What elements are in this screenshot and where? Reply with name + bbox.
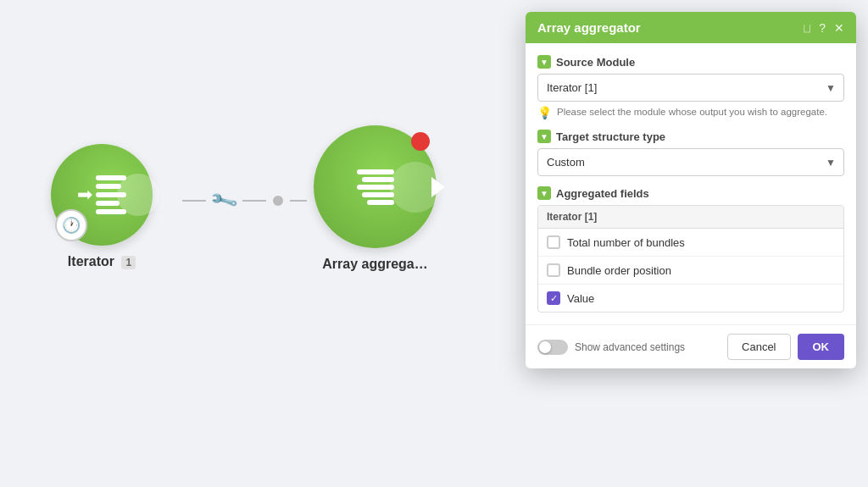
- array-aggregator-dialog: Array aggregator ⨆ ? ✕ ▼ Source Module I…: [526, 12, 856, 368]
- red-dot: [411, 132, 430, 151]
- mid-dot: [273, 196, 283, 206]
- field-item-bundle-order: Bundle order position: [538, 257, 843, 285]
- advanced-settings-label: Show advanced settings: [575, 341, 685, 353]
- field-item-value: ✓ Value: [538, 285, 843, 312]
- aggregator-circle: [314, 125, 437, 248]
- fields-group-header: Iterator [1]: [538, 206, 843, 229]
- footer-buttons: Cancel OK: [727, 334, 844, 360]
- checkbox-value[interactable]: ✓: [547, 291, 560, 305]
- dialog-header: Array aggregator ⨆ ? ✕: [526, 12, 856, 43]
- hint-icon: 💡: [537, 106, 552, 119]
- advanced-settings-area: Show advanced settings: [537, 340, 685, 355]
- dialog-body: ▼ Source Module Iterator [1] ▼ 💡 Please …: [526, 43, 856, 324]
- clock-icon: 🕐: [55, 209, 87, 241]
- iterator-blob: [117, 174, 159, 216]
- connector-line-right: [242, 200, 266, 202]
- aggregated-fields-section: ▼ Aggregated fields Iterator [1] Total n…: [537, 186, 844, 313]
- aggregator-blob: [390, 162, 441, 213]
- fullscreen-icon[interactable]: ⨆: [804, 21, 810, 35]
- array-aggregator-node[interactable]: Array aggrega…: [314, 125, 437, 272]
- iterator-node[interactable]: ➡ 🕐 Iterator 1: [51, 144, 153, 269]
- connector-line-mid: [290, 200, 307, 202]
- checkbox-bundle-order[interactable]: [547, 263, 560, 277]
- target-structure-toggle[interactable]: ▼: [537, 130, 551, 143]
- target-structure-section: ▼ Target structure type Custom ▼: [537, 130, 844, 176]
- aggregated-fields-label: ▼ Aggregated fields: [537, 186, 844, 200]
- connector-line-left: [182, 200, 206, 202]
- iterator-label: Iterator 1: [68, 254, 136, 269]
- aggregated-fields-toggle[interactable]: ▼: [537, 186, 551, 200]
- source-module-label: ▼ Source Module: [537, 55, 844, 69]
- dialog-title: Array aggregator: [537, 20, 641, 35]
- source-module-section: ▼ Source Module Iterator [1] ▼ 💡 Please …: [537, 55, 844, 119]
- source-module-select-wrapper: Iterator [1] ▼: [537, 74, 844, 102]
- target-structure-select[interactable]: Custom: [537, 148, 844, 176]
- target-structure-select-wrapper: Custom ▼: [537, 148, 844, 176]
- target-structure-label: ▼ Target structure type: [537, 130, 844, 143]
- field-item-total-bundles: Total number of bundles: [538, 229, 843, 257]
- aggregator-icon: [357, 169, 394, 205]
- checkbox-total-bundles[interactable]: [547, 235, 560, 249]
- fields-box: Iterator [1] Total number of bundles Bun…: [537, 205, 844, 313]
- source-module-toggle[interactable]: ▼: [537, 55, 551, 69]
- toggle-knob: [539, 341, 551, 353]
- wrench-icon: 🔧: [209, 185, 239, 216]
- connector-area: 🔧: [182, 190, 307, 212]
- close-icon[interactable]: ✕: [834, 21, 844, 35]
- advanced-settings-toggle[interactable]: [537, 340, 568, 355]
- dialog-header-icons: ⨆ ? ✕: [804, 21, 844, 35]
- source-module-select[interactable]: Iterator [1]: [537, 74, 844, 102]
- cancel-button[interactable]: Cancel: [727, 334, 790, 360]
- aggregator-label: Array aggrega…: [322, 257, 428, 272]
- ok-button[interactable]: OK: [798, 334, 845, 360]
- help-icon[interactable]: ?: [819, 21, 826, 35]
- iterator-circle: ➡ 🕐: [51, 144, 153, 246]
- dialog-footer: Show advanced settings Cancel OK: [526, 324, 856, 368]
- source-module-hint: 💡 Please select the module whose output …: [537, 107, 844, 119]
- canvas: ➡ 🕐 Iterator 1 🔧: [0, 0, 868, 487]
